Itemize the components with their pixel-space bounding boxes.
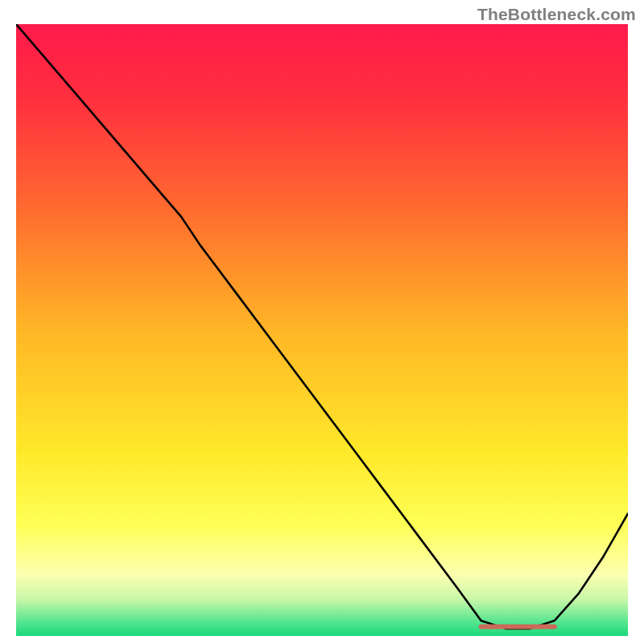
chart-svg xyxy=(16,24,628,636)
chart-plot xyxy=(16,24,628,636)
chart-wrap: TheBottleneck.com xyxy=(0,0,644,644)
chart-background xyxy=(16,24,628,636)
watermark-text: TheBottleneck.com xyxy=(477,5,636,24)
